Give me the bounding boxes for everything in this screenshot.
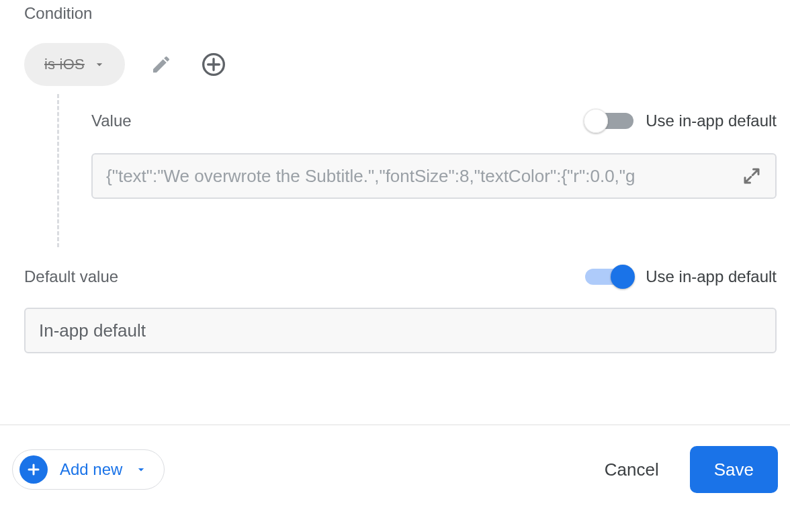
plus-circle-icon [200,51,227,78]
chevron-down-icon [93,58,106,71]
expand-icon [742,166,762,186]
condition-chip-label: is iOS [44,56,85,73]
value-use-default-label: Use in-app default [646,112,777,130]
value-label: Value [91,112,132,130]
default-use-default-label: Use in-app default [646,267,777,286]
chevron-down-icon [134,463,148,476]
condition-row: is iOS [24,43,230,86]
add-new-label: Add new [60,460,122,479]
condition-guide-line [57,94,59,247]
default-value-input[interactable]: In-app default [24,308,777,353]
save-button[interactable]: Save [690,446,778,493]
value-input[interactable]: {"text":"We overwrote the Subtitle.","fo… [91,153,777,199]
footer-bar: Add new Cancel Save [12,446,778,493]
default-value-text: In-app default [39,320,146,341]
footer-separator [0,425,790,425]
default-header-row: Default value Use in-app default [24,267,777,286]
value-header-row: Value Use in-app default [91,112,777,130]
plus-icon [26,461,42,478]
default-use-default-toggle[interactable] [585,269,633,285]
default-value-label: Default value [24,267,118,286]
condition-section-label: Condition [24,4,92,23]
value-use-default-toggle[interactable] [585,113,633,129]
condition-chip[interactable]: is iOS [24,43,125,86]
value-input-text: {"text":"We overwrote the Subtitle.","fo… [106,166,732,187]
plus-icon-circle [19,455,48,484]
expand-value-button[interactable] [742,166,762,186]
cancel-button[interactable]: Cancel [605,459,659,480]
edit-condition-button[interactable] [145,48,177,81]
add-condition-button[interactable] [198,48,230,81]
pencil-icon [150,54,172,75]
add-new-button[interactable]: Add new [12,449,165,490]
